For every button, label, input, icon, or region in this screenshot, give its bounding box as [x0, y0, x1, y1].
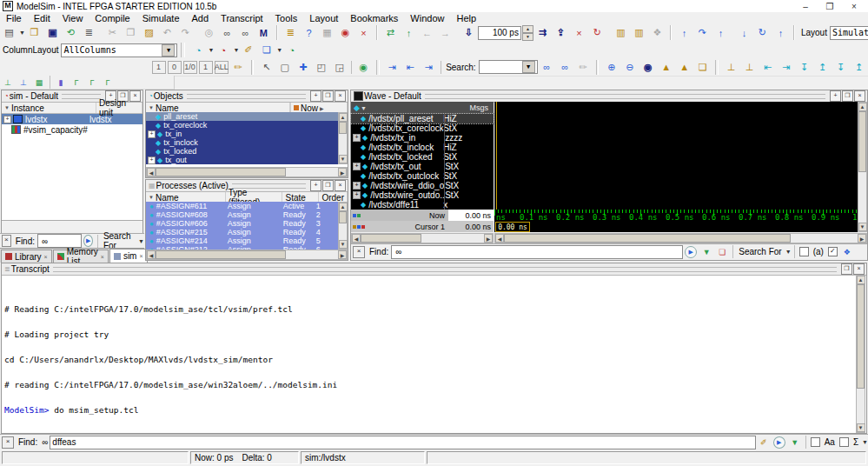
print-wave-button[interactable]: ≣ — [282, 24, 299, 41]
force-pulse-button[interactable]: 1 — [199, 61, 213, 74]
stop-light-button[interactable]: ◉ — [355, 59, 372, 76]
scroll-right-icon[interactable]: ▶ — [338, 250, 347, 259]
object-row[interactable]: ◆ tx_locked — [146, 147, 338, 156]
redo-button[interactable]: ↷ — [177, 24, 194, 41]
wave-cursor-row[interactable]: Cursor 1 0.00 ns — [351, 221, 494, 232]
wave-edit-delete-button[interactable]: ▮ — [54, 76, 68, 89]
objects-panel-header[interactable]: ◔ Objects + ❐ × — [146, 90, 348, 103]
panel-grip[interactable] — [187, 94, 306, 99]
run-length-field[interactable] — [478, 26, 521, 40]
match-case-checkbox[interactable] — [811, 437, 820, 447]
paste-button[interactable]: ▨ — [141, 24, 157, 41]
minimize-button[interactable]: – — [793, 2, 818, 11]
tab-sim[interactable]: sim × — [109, 249, 148, 263]
menu-tools[interactable]: Tools — [269, 13, 304, 23]
wave-signal-row[interactable]: ◆ /lvdstx/pll_areset HiZ — [351, 114, 494, 123]
menu-compile[interactable]: Compile — [89, 13, 136, 23]
cursor-time-box[interactable]: 0.00 ns — [495, 222, 530, 232]
wave-edit-value-button[interactable]: Γ — [101, 76, 115, 89]
wave-cursor-track[interactable]: 0.00 ns — [494, 221, 859, 232]
processes-vscroll[interactable]: ▲ ▼ — [338, 202, 348, 250]
falling-edge-next-button[interactable]: ↧ — [832, 59, 849, 76]
columnlayout-select[interactable]: AllColumns ▼ — [61, 43, 177, 57]
profile-button[interactable]: ▥ — [613, 24, 629, 41]
panel-close-button[interactable]: × — [335, 90, 346, 102]
wave-signal-row[interactable]: + ◆ /lvdstx/tx_out StX — [351, 162, 494, 171]
expand-icon[interactable]: + — [148, 156, 156, 164]
scroll-up-icon[interactable]: ▲ — [339, 203, 348, 211]
zoom-cursor-button[interactable]: ▲ — [658, 59, 674, 76]
process-row[interactable]: ● #ASSIGN#215 Assign Ready 4 — [146, 228, 338, 236]
panel-grip[interactable] — [62, 94, 101, 99]
find-down-button[interactable]: ▼ — [788, 436, 802, 449]
scroll-up-icon[interactable]: ▲ — [857, 276, 865, 284]
search-options-icon[interactable]: ❖ — [840, 245, 854, 258]
edit-brush-button[interactable]: ✏ — [230, 59, 247, 76]
paste-region-button[interactable]: ◲ — [331, 59, 348, 76]
find-close-button[interactable]: × — [2, 235, 11, 247]
wave-signal-row[interactable]: ◆ /lvdstx/tx_inclock HiZ — [351, 143, 494, 152]
menu-help[interactable]: Help — [450, 13, 482, 23]
delete-marker-button[interactable]: ⊥ — [741, 59, 758, 76]
wrap-search-checkbox[interactable]: ✓ — [828, 247, 838, 256]
panel-add-button[interactable]: + — [830, 90, 841, 102]
force-toggle-button[interactable]: 1/0 — [183, 61, 197, 74]
new-file-dropdown-icon[interactable]: ▼ — [19, 30, 25, 36]
environment-forward-button[interactable]: → — [437, 24, 454, 41]
wave-canvas[interactable] — [494, 102, 860, 210]
wave-canvas-hscroll[interactable]: ◀ ▶ — [494, 233, 867, 243]
help-mode-button[interactable]: ? — [301, 24, 317, 41]
wave-signal-row[interactable]: ◆ /lvdstx/dffe11 x — [351, 200, 494, 210]
run-button[interactable]: ⇉ — [534, 24, 551, 41]
wave-signal-row[interactable]: ◆ /lvdstx/tx_locked StX — [351, 152, 494, 162]
spin-up-icon[interactable]: ▲ — [522, 25, 533, 33]
column-design-unit[interactable]: Design unit — [96, 103, 142, 113]
transcript-body[interactable]: # Reading C:/intelFPGA/17.0/modelsim_ase… — [4, 275, 854, 432]
wave-cursor-line[interactable] — [496, 102, 497, 210]
add-dataflow-dropdown-icon[interactable]: ▼ — [276, 47, 282, 53]
tab-close-icon[interactable]: × — [139, 253, 142, 259]
find-options-dropdown-icon[interactable]: ▼ — [862, 439, 868, 445]
hand-mode-button[interactable]: ❖ — [649, 24, 666, 41]
force-0-button[interactable]: 0 — [168, 61, 182, 74]
run-continue-button[interactable]: ⇪ — [553, 24, 569, 41]
copy-button[interactable]: ❐ — [123, 24, 139, 41]
object-row[interactable]: ◆ pll_areset — [146, 112, 338, 121]
step-current-down-button[interactable]: ↓ — [736, 24, 752, 41]
tab-memory-list[interactable]: Memory List × — [53, 250, 109, 263]
cursor-edit-icon[interactable] — [357, 225, 361, 229]
scroll-up-icon[interactable]: ▲ — [858, 103, 867, 111]
previous-transition-button[interactable]: ⇤ — [759, 59, 776, 76]
step-into-button[interactable]: ↷ — [694, 24, 711, 41]
select-mode-button[interactable]: ↖ — [258, 59, 275, 76]
rising-edge-prev-button[interactable]: ↥ — [814, 59, 831, 76]
reload-button[interactable]: ⟲ — [63, 24, 79, 41]
find-close-button[interactable]: × — [2, 436, 14, 449]
insert-cursor-button[interactable]: ⇥ — [384, 59, 401, 76]
panel-undock-button[interactable]: ❐ — [322, 180, 334, 191]
process-row[interactable]: ● #ASSIGN#608 Assign Ready 2 — [146, 210, 338, 219]
add-list-dropdown-icon[interactable]: ▼ — [233, 47, 239, 53]
expand-icon[interactable]: + — [353, 191, 361, 199]
scroll-left-icon[interactable]: ◀ — [352, 234, 361, 243]
menu-layout[interactable]: Layout — [303, 13, 344, 23]
process-row[interactable]: ● #ASSIGN#214 Assign Ready 5 — [146, 236, 338, 245]
wave-panel-header[interactable]: Wave - Default + ❐ × — [351, 90, 867, 103]
menu-simulate[interactable]: Simulate — [136, 13, 186, 23]
add-to-dataflow-button[interactable]: ❏ — [258, 42, 275, 58]
menu-bookmarks[interactable]: Bookmarks — [344, 13, 404, 23]
now-tool-icon[interactable] — [357, 214, 361, 217]
run-length-spinner[interactable]: ▲ ▼ — [522, 25, 533, 41]
scroll-down-icon[interactable]: ▼ — [857, 423, 865, 432]
add-to-list-button[interactable]: ◔ — [215, 42, 231, 58]
search-for-dropdown-icon[interactable]: ▼ — [138, 238, 144, 244]
search-reverse-button[interactable]: ∞ — [539, 59, 555, 76]
objects-hscroll[interactable]: ◀ ▶ — [146, 167, 348, 177]
next-transition-button[interactable]: ⇥ — [778, 59, 794, 76]
step-current-over-button[interactable]: ↻ — [754, 24, 771, 41]
open-button[interactable]: ❒ — [26, 24, 43, 41]
spin-down-icon[interactable]: ▼ — [522, 33, 533, 41]
scroll-left-icon[interactable]: ◀ — [495, 234, 504, 243]
environment-swap-button[interactable]: ⇄ — [382, 24, 399, 41]
stop-sim-button[interactable]: × — [355, 24, 372, 41]
